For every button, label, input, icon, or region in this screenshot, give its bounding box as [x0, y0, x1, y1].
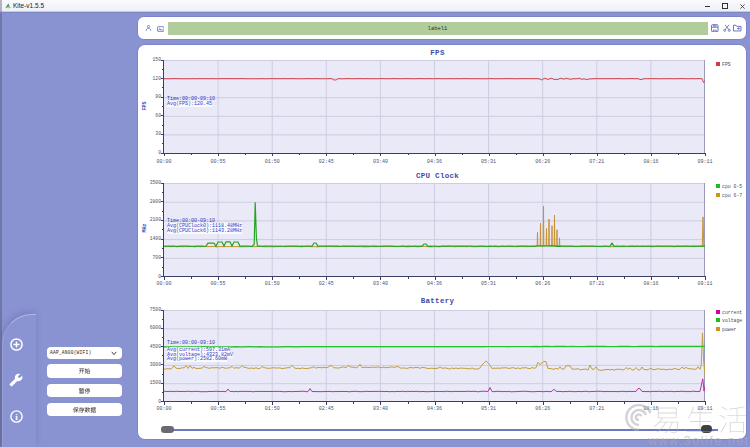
- svg-text:i: i: [15, 412, 18, 422]
